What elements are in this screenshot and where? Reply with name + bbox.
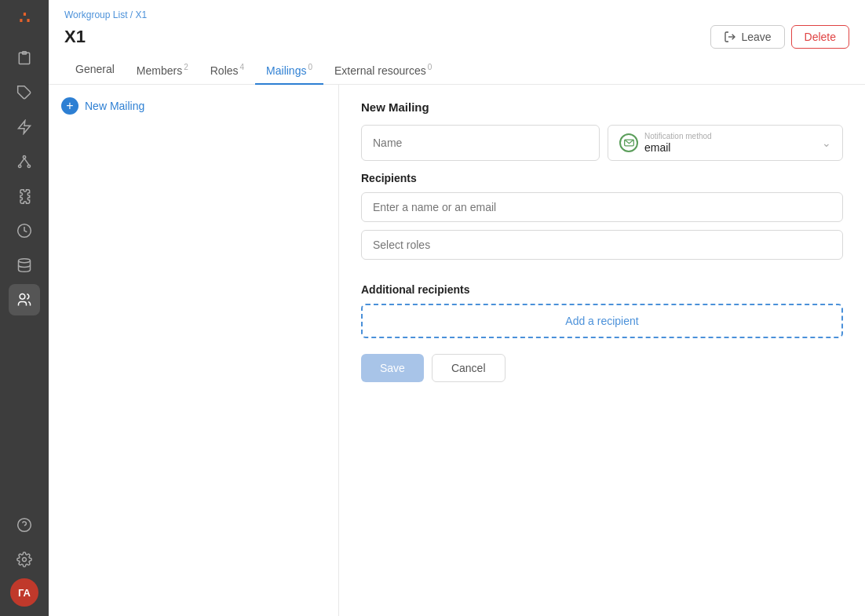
clock-icon[interactable]	[9, 215, 40, 246]
content-area: + New Mailing New Mailing Notification m…	[49, 85, 865, 616]
lightning-icon[interactable]	[9, 111, 40, 143]
svg-point-5	[27, 165, 30, 167]
additional-recipients-section: Additional recipients Add a recipient	[361, 283, 843, 338]
svg-marker-2	[19, 121, 31, 134]
sidebar: ∴ ГА	[0, 0, 49, 616]
left-panel: + New Mailing	[49, 85, 339, 616]
name-input[interactable]	[361, 125, 600, 161]
user-avatar[interactable]: ГА	[10, 578, 38, 607]
tab-members[interactable]: Members2	[126, 56, 199, 85]
recipients-label: Recipients	[361, 172, 843, 184]
leave-button[interactable]: Leave	[710, 25, 784, 49]
form-panel: New Mailing Notification method email ⌄	[339, 85, 865, 616]
chevron-down-icon: ⌄	[822, 137, 831, 149]
email-method-icon	[619, 133, 638, 152]
form-title: New Mailing	[361, 100, 843, 114]
svg-point-13	[23, 558, 27, 562]
svg-point-11	[18, 519, 31, 532]
tabs: General Members2 Roles4 Mailings0 Extern…	[64, 56, 849, 84]
svg-point-4	[19, 165, 21, 167]
database-icon[interactable]	[9, 250, 40, 281]
notification-label-small: Notification method	[644, 132, 816, 141]
network-icon[interactable]	[9, 146, 40, 177]
form-actions: Save Cancel	[361, 354, 843, 382]
breadcrumb-current: X1	[136, 9, 148, 20]
app-logo: ∴	[19, 9, 30, 27]
clipboard-icon[interactable]	[9, 42, 40, 74]
tab-mailings[interactable]: Mailings0	[255, 56, 323, 85]
page-header: Workgroup List / X1 X1 Leave Delete Gene…	[49, 0, 865, 85]
notification-label-main: email	[644, 141, 816, 154]
plus-circle-icon: +	[61, 97, 78, 115]
name-notification-row: Notification method email ⌄	[361, 125, 843, 161]
main-content: Workgroup List / X1 X1 Leave Delete Gene…	[49, 0, 865, 616]
breadcrumb-separator: /	[130, 9, 136, 20]
breadcrumb: Workgroup List / X1	[64, 9, 849, 20]
puzzle-icon[interactable]	[9, 180, 40, 212]
help-icon[interactable]	[9, 509, 40, 541]
notification-method-select[interactable]: Notification method email ⌄	[608, 125, 843, 161]
svg-point-10	[20, 294, 25, 300]
svg-point-9	[19, 259, 31, 263]
leave-label: Leave	[741, 31, 771, 43]
tab-external-resources[interactable]: External resources0	[323, 56, 443, 85]
recipients-section: Recipients	[361, 172, 843, 268]
delete-button[interactable]: Delete	[791, 25, 849, 49]
roles-input[interactable]	[361, 230, 843, 260]
settings-icon[interactable]	[9, 544, 40, 575]
tag-icon[interactable]	[9, 77, 40, 108]
additional-recipients-label: Additional recipients	[361, 283, 843, 296]
header-actions: Leave Delete	[710, 25, 849, 49]
cancel-button[interactable]: Cancel	[432, 354, 505, 382]
breadcrumb-parent[interactable]: Workgroup List	[64, 9, 127, 20]
page-title: X1	[64, 27, 86, 47]
new-mailing-label: New Mailing	[85, 100, 144, 112]
svg-point-3	[23, 156, 25, 159]
tab-roles[interactable]: Roles4	[199, 56, 255, 85]
email-input[interactable]	[361, 192, 843, 222]
notification-label-group: Notification method email	[644, 132, 816, 154]
save-button[interactable]: Save	[361, 354, 424, 382]
group-icon[interactable]	[9, 284, 40, 315]
add-recipient-button[interactable]: Add a recipient	[361, 304, 843, 338]
svg-line-7	[24, 159, 29, 165]
new-mailing-button[interactable]: + New Mailing	[61, 97, 326, 115]
svg-line-6	[20, 159, 24, 165]
tab-general[interactable]: General	[64, 56, 126, 85]
